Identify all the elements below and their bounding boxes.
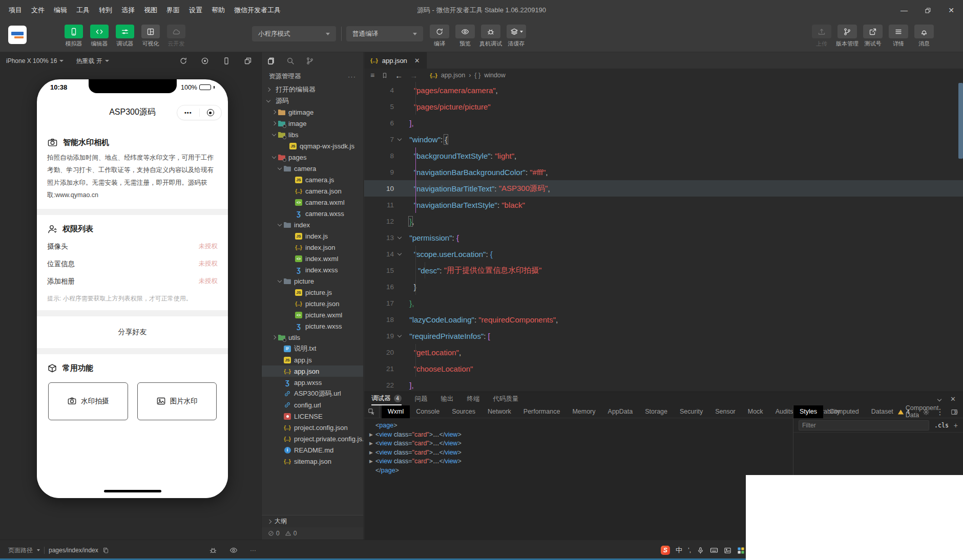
tree-item-gitimage[interactable]: gitimage [262, 106, 363, 118]
devtools-tab-security[interactable]: Security [674, 405, 709, 418]
fold-chevron-icon[interactable] [394, 139, 405, 140]
sogou-icon[interactable]: S [661, 546, 670, 555]
eye-icon[interactable] [229, 546, 238, 554]
more-menu-button[interactable]: ••• [177, 110, 199, 116]
record-icon[interactable] [201, 57, 209, 65]
水印拍摄-button[interactable]: 水印拍摄 [48, 382, 128, 420]
page-path-label[interactable]: 页面路径 [8, 546, 33, 555]
tree-item-picture.js[interactable]: JSpicture.js [262, 287, 363, 298]
tree-item-camera.wxss[interactable]: Ʒcamera.wxss [262, 208, 363, 219]
hot-reload-toggle[interactable]: 热重载 开 [70, 57, 115, 66]
mode-select[interactable]: 小程序模式 [252, 26, 336, 41]
tree-item-app.json[interactable]: {..}app.json [262, 365, 363, 377]
menu-选择[interactable]: 选择 [117, 6, 139, 15]
code-line-15[interactable]: 15 "desc": "用于提供位置信息水印拍摄" [364, 262, 963, 278]
close-minip-button[interactable] [200, 109, 222, 116]
tree-item-qqmap-wx-jssdk.js[interactable]: JSqqmap-wx-jssdk.js [262, 140, 363, 152]
code-line-21[interactable]: 21 "chooseLocation" [364, 360, 963, 377]
more-tabs-chevron[interactable]: » [954, 407, 963, 416]
图片水印-button[interactable]: 图片水印 [137, 382, 217, 420]
tree-item-index.js[interactable]: JSindex.js [262, 230, 363, 242]
devtools-tab-memory[interactable]: Memory [566, 405, 601, 418]
element-picker-icon[interactable] [364, 405, 380, 418]
tree-item-project.config.json[interactable]: {..}project.config.json [262, 422, 363, 433]
more-icon[interactable]: ··· [250, 547, 256, 554]
copy-icon[interactable] [102, 547, 109, 554]
debug-tab-问题[interactable]: 问题 [415, 395, 428, 403]
tree-item-app.wxss[interactable]: Ʒapp.wxss [262, 377, 363, 388]
tree-item-说明.txt[interactable]: 说明.txt [262, 343, 363, 354]
tree-item-camera.wxml[interactable]: <>camera.wxml [262, 197, 363, 208]
menu-界面[interactable]: 界面 [162, 6, 184, 15]
模拟器-button[interactable]: 模拟器 [62, 25, 85, 48]
tree-item-picture.json[interactable]: {..}picture.json [262, 298, 363, 309]
code-line-11[interactable]: 11 "navigationBarTextStyle": "black" [364, 197, 963, 213]
permission-status-badge[interactable]: 未授权 [199, 242, 218, 251]
menu-视图[interactable]: 视图 [139, 6, 162, 15]
toolbox-grid-icon[interactable] [737, 547, 745, 554]
tree-item-picture[interactable]: picture [262, 275, 363, 287]
menu-编辑[interactable]: 编辑 [49, 6, 72, 15]
ime-punct-toggle[interactable]: ’, [688, 547, 691, 554]
styles-tab-computed[interactable]: Computed [823, 405, 865, 418]
tab-app-json[interactable]: {..} app.json ✕ [364, 52, 427, 69]
files-icon[interactable] [267, 57, 275, 65]
wxml-node[interactable]: ▶<view class="card">…</view> [369, 448, 793, 458]
device-frame-icon[interactable] [222, 57, 231, 65]
maximize-button[interactable] [916, 0, 939, 20]
code-line-8[interactable]: 8 "backgroundTextStyle": "light", [364, 147, 963, 164]
share-friends-button[interactable]: 分享好友 [37, 316, 228, 348]
消息-button[interactable]: 消息 [913, 25, 935, 48]
outline-section[interactable]: 大纲 [262, 515, 363, 527]
close-tab-icon[interactable]: ✕ [414, 57, 420, 64]
wxml-node[interactable]: ▶<view class="card">…</view> [369, 457, 793, 466]
git-branch-icon[interactable] [306, 57, 314, 65]
styles-tab-dataset[interactable]: Dataset [865, 405, 899, 418]
tree-item-project.private.config.js...[interactable]: {..}project.private.config.js... [262, 433, 363, 444]
wxml-node[interactable]: ▶<view class="card">…</view> [369, 439, 793, 448]
清缓存-button[interactable]: 清缓存 [505, 25, 528, 48]
tree-item-sitemap.json[interactable]: {..}sitemap.json [262, 456, 363, 467]
code-line-14[interactable]: 14 "scope.userLocation": { [364, 246, 963, 262]
nav-forward-icon[interactable]: → [410, 71, 417, 80]
wxml-node[interactable]: <page> [369, 421, 793, 430]
devtools-tab-console[interactable]: Console [410, 405, 446, 418]
filter-input[interactable]: Filter [799, 420, 929, 430]
permission-status-badge[interactable]: 未授权 [199, 260, 218, 268]
详情-button[interactable]: 详情 [887, 25, 910, 48]
breadcrumb-scope[interactable]: window [484, 72, 506, 79]
tree-item-config.url[interactable]: config.url [262, 399, 363, 411]
tree-item-ASP300源码.url[interactable]: ASP300源码.url [262, 388, 363, 399]
wxml-node[interactable]: ▶<view class="card">…</view> [369, 430, 793, 440]
code-line-17[interactable]: 17 }, [364, 295, 963, 311]
devtools-tab-sensor[interactable]: Sensor [709, 405, 742, 418]
menu-设置[interactable]: 设置 [184, 6, 207, 15]
tree-item-picture.wxss[interactable]: Ʒpicture.wxss [262, 320, 363, 332]
ime-lang-toggle[interactable]: 中 [676, 546, 682, 555]
tree-item-pages[interactable]: pages [262, 152, 363, 163]
版本管理-button[interactable]: 版本管理 [836, 25, 859, 48]
tree-item-image[interactable]: image [262, 118, 363, 129]
code-line-13[interactable]: 13 "permission": { [364, 229, 963, 246]
menu-项目[interactable]: 项目 [4, 6, 27, 15]
测试号-button[interactable]: 测试号 [862, 25, 884, 48]
tree-item-libs[interactable]: libs [262, 129, 363, 140]
fold-chevron-icon[interactable] [394, 253, 405, 255]
image-frame-icon[interactable] [724, 547, 731, 554]
wxml-inspector[interactable]: <page>▶<view class="card">…</view>▶<view… [364, 418, 793, 540]
devtools-tab-appdata[interactable]: AppData [602, 405, 639, 418]
code-area[interactable]: 4 "pages/camera/camera",5 "pages/picture… [364, 82, 963, 392]
menu-微信开发者工具[interactable]: 微信开发者工具 [229, 6, 285, 15]
debug-tab-终端[interactable]: 终端 [467, 395, 480, 403]
tree-item-index.wxss[interactable]: Ʒindex.wxss [262, 264, 363, 275]
devtools-tab-storage[interactable]: Storage [639, 405, 674, 418]
tree-item-README.md[interactable]: iREADME.md [262, 444, 363, 456]
bug-icon[interactable] [209, 546, 217, 554]
code-line-5[interactable]: 5 "pages/picture/picture" [364, 98, 963, 115]
可视化-button[interactable]: 可视化 [139, 25, 162, 48]
tree-item-camera[interactable]: camera [262, 163, 363, 174]
tree-item-camera.js[interactable]: JScamera.js [262, 174, 363, 185]
devtools-tab-wxml[interactable]: Wxml [382, 405, 410, 418]
debug-tab-调试器[interactable]: 调试器4 [371, 392, 402, 405]
search-icon[interactable] [286, 57, 295, 65]
